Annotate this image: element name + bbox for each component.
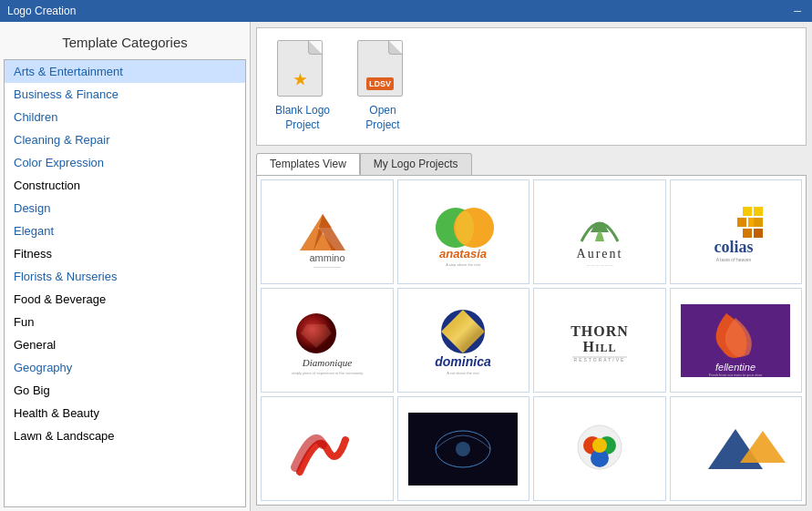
content-area: ★ Blank LogoProject LDSV OpenProject	[251, 22, 812, 511]
titlebar: Logo Creation ─	[0, 0, 812, 22]
template-aurent[interactable]: Aurent — — — — — —	[533, 179, 666, 284]
sidebar-item-elegant[interactable]: Elegant	[5, 220, 245, 242]
sidebar: Template Categories Arts & Entertainment…	[0, 22, 251, 511]
sidebar-item-cleaning[interactable]: Cleaning & Repair	[5, 128, 245, 151]
svg-text:THORN: THORN	[570, 323, 629, 339]
file-icon-open: LDSV	[357, 40, 403, 97]
svg-text:HILL: HILL	[582, 339, 616, 354]
blank-logo-label: Blank LogoProject	[275, 104, 330, 132]
sidebar-item-color[interactable]: Color Expression	[5, 151, 245, 174]
svg-text:ammino: ammino	[309, 252, 344, 263]
sidebar-item-geography[interactable]: Geography	[5, 356, 245, 379]
sidebar-item-gobig[interactable]: Go Big	[5, 379, 245, 402]
tabs-bar: Templates View My Logo Projects	[251, 149, 812, 175]
tab-templates-view[interactable]: Templates View	[256, 153, 360, 175]
svg-text:anatasia: anatasia	[439, 247, 487, 261]
sidebar-item-arts[interactable]: Arts & Entertainment	[5, 60, 245, 83]
svg-rect-11	[743, 207, 752, 216]
svg-text:RESTORATIVE: RESTORATIVE	[573, 357, 625, 363]
svg-text:colias: colias	[714, 238, 754, 256]
sidebar-item-business[interactable]: Business & Finance	[5, 83, 245, 106]
svg-text:A step above the rest: A step above the rest	[446, 262, 480, 267]
template-partial3[interactable]	[533, 396, 666, 501]
sidebar-list-container: Arts & Entertainment Business & Finance …	[4, 59, 246, 507]
svg-text:dominica: dominica	[436, 354, 492, 369]
sidebar-item-construction[interactable]: Construction	[5, 174, 245, 197]
main-layout: Template Categories Arts & Entertainment…	[0, 22, 812, 511]
svg-text:fellentine: fellentine	[715, 362, 755, 373]
template-ammino[interactable]: ammino ——————	[261, 179, 394, 284]
svg-point-35	[456, 442, 470, 456]
templates-grid[interactable]: ammino —————— anatasia A step above the …	[257, 176, 806, 505]
svg-rect-14	[737, 218, 746, 227]
sidebar-item-fun[interactable]: Fun	[5, 311, 245, 333]
star-badge: ★	[293, 71, 306, 88]
svg-text:simply years of experience in : simply years of experience in the commun…	[291, 371, 363, 375]
sidebar-item-florists[interactable]: Florists & Nurseries	[5, 265, 245, 288]
svg-rect-17	[754, 229, 763, 238]
template-fellentine[interactable]: fellentine Fresh from our oven to your d…	[670, 288, 803, 393]
template-colias[interactable]: colias A taste of heaven	[670, 179, 803, 284]
template-diamonique[interactable]: Diamonique simply years of experience in…	[261, 288, 394, 393]
titlebar-controls: ─	[790, 5, 805, 16]
svg-text:— — — — — —: — — — — — —	[586, 262, 613, 267]
sidebar-heading: Template Categories	[0, 22, 250, 59]
templates-container: ammino —————— anatasia A step above the …	[256, 175, 807, 506]
sidebar-item-general[interactable]: General	[5, 333, 245, 356]
file-icon-blank: ★	[277, 40, 323, 97]
template-dominica[interactable]: dominica A cut above the rest	[397, 288, 530, 393]
open-project[interactable]: LDSV OpenProject	[357, 40, 408, 132]
titlebar-title: Logo Creation	[7, 5, 76, 17]
svg-rect-12	[754, 207, 763, 216]
svg-text:Aurent: Aurent	[576, 247, 622, 261]
minimize-button[interactable]: ─	[790, 5, 805, 16]
template-partial2[interactable]	[397, 396, 530, 501]
template-partial4[interactable]	[670, 396, 803, 501]
ldsv-badge: LDSV	[366, 79, 394, 88]
svg-text:——————: ——————	[313, 264, 341, 269]
open-project-icon: LDSV	[357, 40, 408, 98]
sidebar-item-lawn[interactable]: Lawn & Landscape	[5, 424, 245, 447]
template-partial1[interactable]	[261, 396, 394, 501]
blank-logo-project[interactable]: ★ Blank LogoProject	[275, 40, 330, 132]
svg-point-40	[592, 438, 607, 453]
blank-logo-icon: ★	[277, 40, 328, 98]
tab-my-logo-projects[interactable]: My Logo Projects	[360, 153, 472, 175]
sidebar-item-food[interactable]: Food & Beverage	[5, 288, 245, 311]
svg-point-6	[456, 211, 474, 244]
projects-area: ★ Blank LogoProject LDSV OpenProject	[256, 27, 807, 146]
open-project-label: OpenProject	[365, 104, 399, 132]
svg-text:Fresh from our oven to your do: Fresh from our oven to your door	[709, 373, 763, 377]
svg-rect-15	[754, 218, 763, 227]
sidebar-item-design[interactable]: Design	[5, 197, 245, 220]
svg-text:A cut above the rest: A cut above the rest	[447, 371, 480, 375]
template-thornhill[interactable]: THORN HILL RESTORATIVE	[533, 288, 666, 393]
svg-text:A taste of heaven: A taste of heaven	[716, 257, 752, 262]
sidebar-item-children[interactable]: Children	[5, 106, 245, 128]
svg-text:Diamonique: Diamonique	[302, 357, 353, 368]
sidebar-list[interactable]: Arts & Entertainment Business & Finance …	[5, 60, 245, 506]
template-anatasia[interactable]: anatasia A step above the rest	[397, 179, 530, 284]
svg-rect-16	[743, 229, 752, 238]
sidebar-item-health[interactable]: Health & Beauty	[5, 402, 245, 424]
sidebar-item-fitness[interactable]: Fitness	[5, 242, 245, 265]
